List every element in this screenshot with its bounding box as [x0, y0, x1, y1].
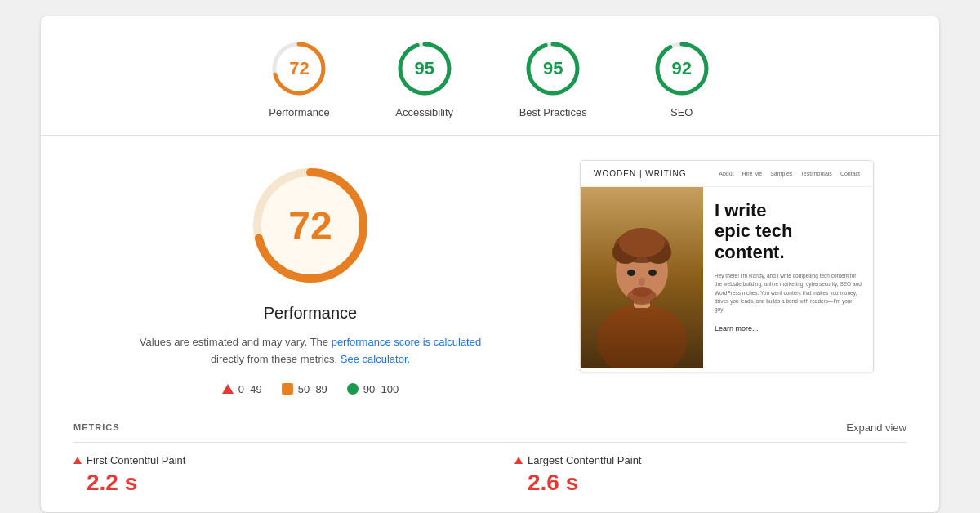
score-item-accessibility: 95 Accessibility: [395, 39, 454, 118]
svg-point-19: [627, 270, 635, 276]
metrics-header: METRICS Expand view: [74, 412, 906, 442]
preview-body: I write epic tech content. Hey there! I'…: [581, 187, 873, 368]
expand-view-button[interactable]: Expand view: [846, 422, 906, 434]
score-label-best-practices: Best Practices: [519, 106, 587, 118]
scores-section: 72 Performance 95 Accessibility: [41, 16, 939, 136]
metric-value-lcp: 2.6 s: [528, 470, 906, 496]
metrics-grid: First Contentful Paint 2.2 s Largest Con…: [74, 454, 906, 496]
svg-point-18: [619, 228, 665, 257]
preview-hero-image: [581, 187, 703, 368]
legend-item-mid: 50–89: [282, 383, 327, 395]
preview-body-text: Hey there! I'm Randy, and I write compel…: [715, 272, 862, 314]
calculator-link[interactable]: See calculator.: [341, 353, 410, 365]
svg-point-20: [648, 270, 657, 276]
score-label-seo: SEO: [670, 106, 693, 118]
score-circle-performance: 72: [270, 39, 328, 98]
preview-cta: Learn more...: [715, 324, 862, 332]
score-value-best-practices: 95: [543, 58, 563, 79]
nav-samples: Samples: [770, 171, 792, 176]
score-circle-accessibility: 95: [395, 39, 454, 98]
logo-main: WOODEN: [594, 169, 636, 178]
score-item-performance: 72 Performance: [269, 39, 329, 118]
legend-range-low: 0–49: [238, 383, 262, 395]
main-content: 72 Performance Values are estimated and …: [41, 136, 939, 412]
score-value-seo: 92: [672, 58, 692, 79]
preview-headline: I write epic tech content.: [715, 200, 862, 262]
metric-name-fcp: First Contentful Paint: [87, 454, 185, 466]
metric-item-fcp: First Contentful Paint 2.2 s: [74, 454, 466, 496]
legend-item-low: 0–49: [222, 383, 262, 395]
performance-score-link[interactable]: performance score is calculated: [332, 336, 482, 348]
preview-logo: WOODEN | WRITING: [594, 169, 687, 178]
metric-name-lcp: Largest Contentful Paint: [528, 454, 641, 466]
nav-testimonials: Testimonials: [800, 171, 832, 176]
score-value-performance: 72: [289, 58, 309, 79]
metrics-section: METRICS Expand view First Contentful Pai…: [41, 412, 939, 512]
person-svg: [581, 187, 703, 368]
legend-range-high: 90–100: [363, 383, 399, 395]
metric-fcp-header: First Contentful Paint: [74, 454, 466, 466]
nav-contact: Contact: [840, 171, 860, 176]
headline-line1: I write: [715, 200, 767, 221]
metrics-divider: [74, 442, 906, 443]
main-card: 72 Performance 95 Accessibility: [41, 16, 939, 512]
circle-icon: [347, 383, 359, 395]
nav-about: About: [719, 171, 733, 176]
metrics-title: METRICS: [74, 422, 120, 432]
score-circle-best-practices: 95: [523, 39, 582, 98]
metric-value-fcp: 2.2 s: [87, 470, 466, 496]
score-item-best-practices: 95 Best Practices: [519, 39, 587, 118]
metric-item-lcp: Largest Contentful Paint 2.6 s: [514, 454, 906, 496]
description-middle: directly from these metrics.: [211, 353, 341, 365]
big-score-label: Performance: [264, 304, 358, 323]
metric-triangle-fcp: [74, 457, 82, 464]
big-score-circle: 72: [245, 160, 376, 291]
preview-text-content: I write epic tech content. Hey there! I'…: [703, 187, 873, 368]
preview-nav: WOODEN | WRITING About Hire Me Samples T…: [581, 161, 873, 187]
score-label-performance: Performance: [269, 106, 329, 118]
metric-triangle-lcp: [514, 457, 523, 464]
website-preview: WOODEN | WRITING About Hire Me Samples T…: [580, 160, 874, 372]
score-value-accessibility: 95: [414, 58, 434, 79]
svg-point-21: [639, 278, 645, 286]
score-legend: 0–49 50–89 90–100: [222, 383, 399, 395]
legend-item-high: 90–100: [347, 383, 399, 395]
legend-range-mid: 50–89: [298, 383, 327, 395]
left-panel: 72 Performance Values are estimated and …: [74, 160, 547, 395]
logo-sub: WRITING: [645, 169, 686, 178]
score-label-accessibility: Accessibility: [395, 106, 453, 118]
metric-lcp-header: Largest Contentful Paint: [514, 454, 906, 466]
preview-nav-links: About Hire Me Samples Testimonials Conta…: [719, 171, 860, 176]
nav-hire: Hire Me: [742, 171, 763, 176]
svg-point-23: [627, 288, 657, 305]
big-score-value: 72: [288, 203, 332, 248]
score-description: Values are estimated and may vary. The p…: [139, 334, 482, 368]
square-icon: [282, 383, 293, 395]
logo-separator: |: [636, 169, 645, 178]
headline-line2: epic tech: [715, 221, 792, 241]
score-circle-seo: 92: [653, 39, 711, 98]
triangle-icon: [222, 384, 234, 394]
right-panel: WOODEN | WRITING About Hire Me Samples T…: [547, 160, 906, 395]
description-prefix: Values are estimated and may vary. The: [140, 336, 332, 348]
headline-line3: content.: [715, 242, 785, 262]
score-item-seo: 92 SEO: [653, 39, 711, 118]
